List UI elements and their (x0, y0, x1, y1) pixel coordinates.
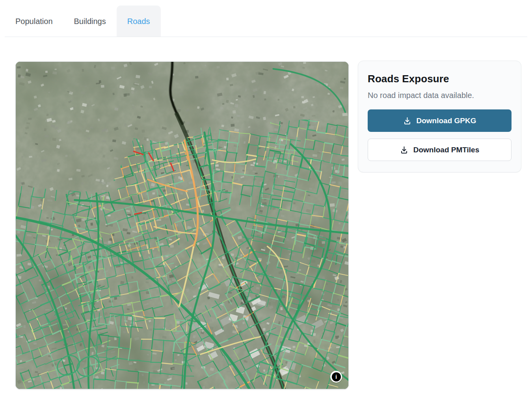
download-pmtiles-label: Download PMTiles (413, 146, 480, 154)
map-panel: i (15, 61, 349, 389)
tab-population[interactable]: Population (5, 6, 63, 37)
attribution-info-button[interactable]: i (330, 371, 342, 383)
roads-exposure-panel: Roads Exposure No road impact data avail… (358, 61, 521, 172)
map-canvas[interactable] (16, 62, 348, 389)
info-icon: i (332, 372, 341, 381)
download-gpkg-label: Download GPKG (417, 117, 476, 125)
main-content: i Roads Exposure No road impact data ava… (0, 61, 532, 389)
download-gpkg-button[interactable]: Download GPKG (368, 109, 512, 132)
tab-roads[interactable]: Roads (117, 6, 161, 37)
download-pmtiles-button[interactable]: Download PMTiles (368, 139, 512, 161)
download-icon (400, 146, 408, 154)
download-icon (403, 117, 411, 125)
panel-title: Roads Exposure (368, 73, 512, 85)
empty-message: No road impact data available. (368, 91, 512, 100)
tab-bar: Population Buildings Roads (5, 0, 527, 37)
tab-buildings[interactable]: Buildings (63, 6, 117, 37)
